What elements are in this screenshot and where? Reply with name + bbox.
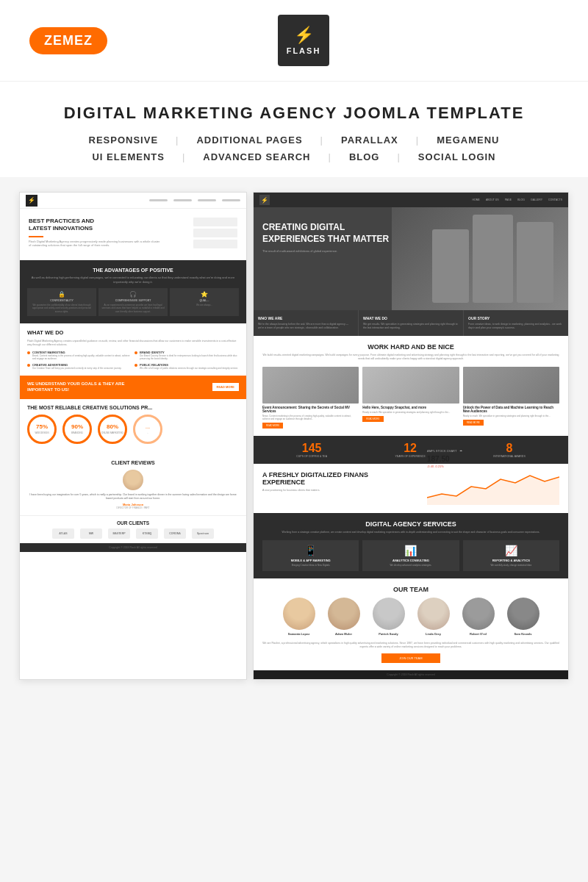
lp-banner-text: WE UNDERSTAND YOUR GOALS & THEY ARE IMPO… xyxy=(27,381,130,393)
dot-icon-2 xyxy=(135,351,137,354)
rp-work-card-1: Event Announcement: Sharing the Secrets … xyxy=(262,367,359,429)
rp-person-2 xyxy=(473,215,513,303)
rp-who-text-1: We're the always knowing before the ask.… xyxy=(258,323,354,330)
rp-chart-svg xyxy=(427,468,559,505)
member-name-4: Linda Grey xyxy=(413,632,453,636)
chart-logo: AMPL STOCK CHART xyxy=(427,449,456,453)
lp-review-text: I have been buying our imagination for o… xyxy=(27,493,239,501)
icon-card-confidentiality: 🔒 CONFIDENTIALITY We guarantee the confi… xyxy=(27,288,96,316)
headphone-icon: 🎧 xyxy=(101,291,165,298)
rp-nav-contacts[interactable]: CONTACTS xyxy=(548,198,562,201)
lp-circle-2: 90% BRANDING xyxy=(62,415,92,444)
lp-nav-link-4 xyxy=(222,199,240,201)
member-photo-6 xyxy=(507,598,539,630)
work-card-btn-3[interactable]: READ MORE xyxy=(463,420,484,426)
sep6: | xyxy=(388,151,409,162)
dot-icon-4 xyxy=(135,364,137,367)
title-section: DIGITAL MARKETING AGENCY JOOMLA TEMPLATE… xyxy=(0,82,588,177)
icon-card-quality: ⭐ QUAL... We are always... xyxy=(170,288,239,316)
rp-finance-title: A FRESHLY DIGITALIZED FINANS EXPERIENCE xyxy=(262,471,395,486)
sep1: | xyxy=(167,135,187,146)
rp-member-5: Robert O'rel xyxy=(458,598,498,636)
lp-circle-4: ... ... xyxy=(133,415,162,444)
rp-who-title-3: OUR STORY xyxy=(468,316,564,320)
rp-services-text: Working from a strategic creative platfo… xyxy=(262,531,559,534)
rp-member-3: Patrick Sandy xyxy=(368,598,409,636)
lp-nav: ⚡ xyxy=(20,193,246,209)
dot-icon-3 xyxy=(27,364,30,367)
circle-pct-3: 80% xyxy=(107,423,118,430)
client-logo-masterp: MASTERP xyxy=(108,528,130,539)
member-photo-5 xyxy=(462,598,495,630)
rp-hero-title: CREATING DIGITAL EXPERIENCES THAT MATTER xyxy=(262,222,409,245)
rp-nav-about[interactable]: ABOUT US xyxy=(486,198,499,201)
feature-parallax: PARALLAX xyxy=(332,135,407,146)
member-name-2: Adam Muler xyxy=(323,632,364,636)
lp-circle-3: 80% ONLINE MARKETING xyxy=(98,415,127,444)
member-name-1: Samanta Lopez xyxy=(279,632,319,636)
rp-who-text-3: From creative ideas, to web design to ma… xyxy=(468,323,564,330)
work-card-btn-1[interactable]: READ MORE xyxy=(262,423,283,429)
rp-member-1: Samanta Lopez xyxy=(279,598,319,636)
what-sub-2: Our Brand Country Service is ideal for e… xyxy=(140,354,239,360)
rp-service-card-1: 📱 MOBILE & APP MARKETING Bringing Creati… xyxy=(262,540,359,571)
rp-nav-page[interactable]: PAGE xyxy=(505,198,512,201)
work-card-img-2 xyxy=(362,367,459,404)
what-sub-3: Our Creative Team will keep you position… xyxy=(32,367,121,370)
rp-hero: CREATING DIGITAL EXPERIENCES THAT MATTER… xyxy=(254,207,568,310)
preview-container: ⚡ BEST PRACTICES AND LATEST INNOVATIONS … xyxy=(0,177,588,680)
rp-who-section: WHO WE ARE We're the always knowing befo… xyxy=(254,310,568,336)
member-name-5: Robert O'rel xyxy=(458,632,498,636)
rp-team-btn[interactable]: JOIN OUR TEAM xyxy=(381,653,440,663)
circle-label-4: ... xyxy=(147,431,149,434)
rp-who-item-2: WHAT WE DO We get results. We specialize… xyxy=(359,310,464,336)
circle-pct-4: ... xyxy=(146,423,151,430)
member-photo-4 xyxy=(417,598,450,630)
rp-services: DIGITAL AGENCY SERVICES Working from a s… xyxy=(254,513,568,578)
lp-footer: Copyright © 2018 Flash All rights reserv… xyxy=(20,543,246,552)
feature-megamenu: MEGAMENU xyxy=(428,135,508,146)
features-row2: UI ELEMENTS | ADVANCED SEARCH | BLOG | S… xyxy=(29,151,559,162)
client-logo-corona: CORONA xyxy=(164,528,186,539)
lp-what-text: Flash Digital Marketing Agency creates u… xyxy=(27,340,239,347)
stat-label-1: CUPS OF COFFEE & TEA xyxy=(296,455,327,458)
work-card-img-3 xyxy=(463,367,559,404)
zemez-logo[interactable]: ZEMEZ xyxy=(29,27,107,54)
rp-work-card-3: Unlock the Power of Data and Machine Lea… xyxy=(463,367,559,429)
rp-work-cards: Event Announcement: Sharing the Secrets … xyxy=(262,367,559,429)
rp-nav-blog[interactable]: BLOG xyxy=(517,198,525,201)
rp-person-1 xyxy=(432,229,469,303)
lp-reviewer-title: DIRECTOR OF FINANCE / PART xyxy=(27,506,239,509)
rp-team: OUR TEAM Samanta Lopez Adam Muler Patric… xyxy=(254,578,568,670)
avatar-inner xyxy=(123,470,143,490)
rp-service-title-1: MOBILE & APP MARKETING xyxy=(265,559,356,562)
rp-member-4: Linda Grey xyxy=(413,598,453,636)
rp-stat-1: 145 CUPS OF COFFEE & TEA xyxy=(296,442,327,458)
lp-what-list: CONTENT MARKETING Brand, Content marketi… xyxy=(27,351,239,370)
feature-blog: BLOG xyxy=(340,151,389,162)
rp-member-2: Adam Muler xyxy=(323,598,364,636)
client-logo-spectrum: Spectrum xyxy=(192,528,214,539)
lp-what-section: WHAT WE DO Flash Digital Marketing Agenc… xyxy=(20,323,246,376)
lp-circles: 75% WEB DESIGN 90% BRANDING 80% ONLINE M… xyxy=(27,415,239,444)
lp-what-item-3: CREATIVE ADVERTISING Our Creative Team w… xyxy=(27,363,132,370)
sidebar-block-2 xyxy=(193,229,237,237)
lp-what-item-2: BRAND IDENTITY Our Brand Country Service… xyxy=(135,351,239,360)
rp-team-members: Samanta Lopez Adam Muler Patrick Sandy L… xyxy=(262,598,559,636)
lp-dark-section: THE ADVANTAGES OF POSITIVE As well as de… xyxy=(20,260,246,323)
mobile-icon: 📱 xyxy=(265,545,356,556)
lp-banner-btn[interactable]: READ MORE xyxy=(212,383,239,391)
client-logo-mw: MW xyxy=(80,528,102,539)
circle-pct-2: 90% xyxy=(71,423,83,430)
rp-who-title-2: WHAT WE DO xyxy=(363,316,459,320)
work-card-btn-2[interactable]: READ MORE xyxy=(362,416,383,422)
rp-nav-home[interactable]: HOME xyxy=(472,198,480,201)
rp-service-text-3: We carefully study, change statistical d… xyxy=(466,564,556,567)
rp-services-title: DIGITAL AGENCY SERVICES xyxy=(262,520,559,528)
flash-logo: ⚡ FLASH xyxy=(278,15,329,66)
rp-nav-gallery[interactable]: GALLERY xyxy=(531,198,542,201)
lp-hero-title: BEST PRACTICES AND LATEST INNOVATIONS xyxy=(29,218,117,233)
lp-dark-section-text: As well as delivering high-performing di… xyxy=(27,276,239,284)
lp-nav-link-3 xyxy=(198,199,216,201)
analytics-icon: 📊 xyxy=(365,545,456,556)
